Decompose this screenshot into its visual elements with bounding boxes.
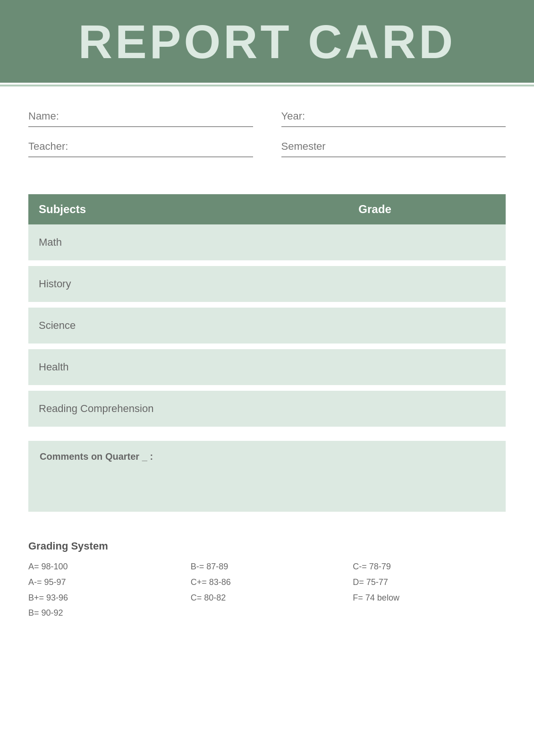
table-row: Science [28,308,506,344]
year-label: Year: [281,110,305,123]
grading-grid: A= 98-100A-= 95-97B+= 93-96B= 90-92 B-= … [28,560,506,620]
header: REPORT CARD [0,0,534,80]
subject-cell: History [28,266,348,302]
subject-cell: Math [28,224,348,260]
grading-item: A= 98-100 [28,560,181,574]
comments-label: Comments on Quarter _ : [40,451,153,462]
grading-item: C-= 78-79 [353,560,506,574]
grade-cell [348,308,506,344]
grade-cell [348,266,506,302]
name-field: Name: [28,110,253,127]
grading-col-2: B-= 87-89C+= 83-86C= 80-82 [191,560,344,620]
grading-col-3: C-= 78-79D= 75-77F= 74 below [353,560,506,620]
table-row: History [28,266,506,302]
table-section: Subjects Grade Math History Science Heal… [0,185,534,436]
name-label: Name: [28,110,59,123]
grade-table: Subjects Grade Math History Science Heal… [28,194,506,427]
form-row-2: Teacher: Semester [28,140,506,157]
grade-cell [348,391,506,427]
grade-cell [348,349,506,385]
grading-item: D= 75-77 [353,576,506,589]
semester-label: Semester [281,140,326,154]
grading-title: Grading System [28,540,506,552]
header-dividers [0,80,534,86]
teacher-field: Teacher: [28,140,253,157]
grade-cell [348,224,506,260]
comments-section: Comments on Quarter _ : [0,436,534,521]
subject-cell: Health [28,349,348,385]
grading-item: B-= 87-89 [191,560,344,574]
table-row: Health [28,349,506,385]
subject-cell: Science [28,308,348,344]
grading-item: A-= 95-97 [28,576,181,589]
grading-section: Grading System A= 98-100A-= 95-97B+= 93-… [0,521,534,639]
table-header-row: Subjects Grade [28,194,506,224]
grading-col-1: A= 98-100A-= 95-97B+= 93-96B= 90-92 [28,560,181,620]
teacher-label: Teacher: [28,140,68,154]
table-row: Reading Comprehension [28,391,506,427]
grading-item: C+= 83-86 [191,576,344,589]
grading-item: C= 80-82 [191,591,344,605]
divider-dark [0,80,534,83]
subjects-header: Subjects [28,194,348,224]
semester-field: Semester [281,140,506,157]
form-row-1: Name: Year: [28,110,506,127]
report-card-page: REPORT CARD Name: Year: Teacher: Semeste… [0,0,534,756]
page-title: REPORT CARD [28,18,506,65]
table-row: Math [28,224,506,260]
comments-box: Comments on Quarter _ : [28,441,506,512]
form-section: Name: Year: Teacher: Semester [0,86,534,185]
grading-item: F= 74 below [353,591,506,605]
year-field: Year: [281,110,506,127]
grading-item: B= 90-92 [28,606,181,620]
grading-item: B+= 93-96 [28,591,181,605]
subject-cell: Reading Comprehension [28,391,348,427]
grade-header: Grade [348,194,506,224]
